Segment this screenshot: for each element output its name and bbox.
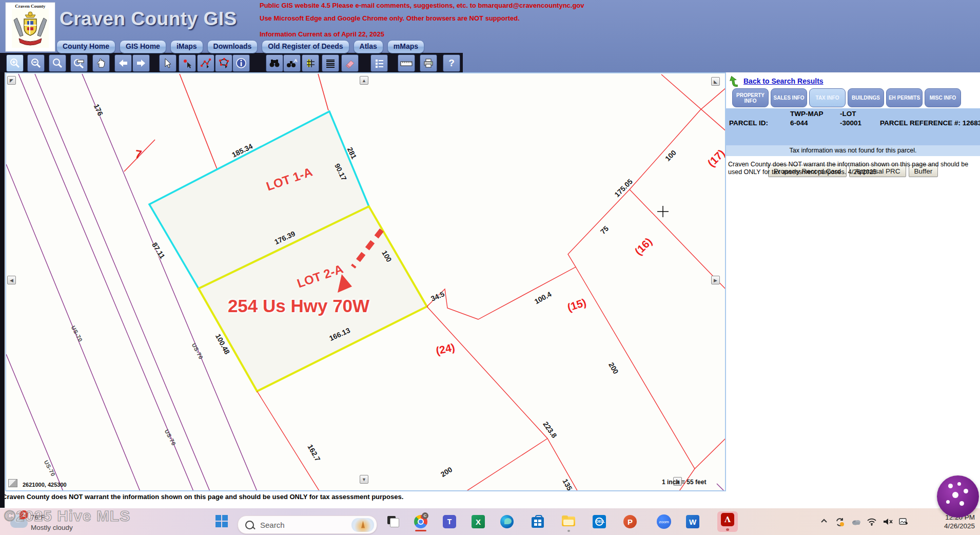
- find-button[interactable]: [266, 54, 283, 72]
- zoom-full-extent-button[interactable]: [49, 54, 66, 72]
- tray-wifi-icon[interactable]: [867, 517, 877, 527]
- point-select-icon: [182, 58, 193, 69]
- tab-sales-info[interactable]: SALES INFO: [771, 88, 807, 107]
- back-arrow-icon: [117, 58, 129, 69]
- dell-command-button[interactable]: DELL: [592, 514, 606, 529]
- coat-of-arms-icon: [12, 9, 49, 48]
- pan-east-button[interactable]: ▶: [711, 276, 720, 284]
- legend-button[interactable]: [370, 54, 388, 72]
- zoom-out-button[interactable]: [27, 54, 45, 72]
- svg-text:A: A: [294, 58, 298, 63]
- question-mark-icon: ?: [448, 58, 455, 69]
- zoom-previous-button[interactable]: [70, 54, 88, 72]
- tab-tax-info[interactable]: TAX INFO: [809, 88, 846, 107]
- start-button[interactable]: [215, 515, 229, 528]
- highlight-button[interactable]: [302, 54, 319, 72]
- tray-chevron-up-icon[interactable]: [819, 517, 829, 527]
- map-viewport[interactable]: 1767185.34LOT 1-A28190.1787.11176.39100L…: [5, 72, 726, 491]
- tray-update-icon[interactable]: [835, 517, 845, 527]
- back-extent-button[interactable]: [114, 54, 132, 72]
- search-placeholder: Search: [260, 521, 285, 529]
- cursor-icon: [162, 58, 173, 69]
- microsoft-store-button[interactable]: [531, 514, 545, 529]
- pan-northeast-button[interactable]: ◣: [711, 77, 720, 86]
- find-attribute-button[interactable]: A: [283, 54, 301, 72]
- eraser-icon: [344, 58, 356, 69]
- pan-northwest-button[interactable]: ◤: [7, 76, 16, 85]
- pan-south-button[interactable]: ▼: [360, 475, 368, 484]
- word-icon: W: [686, 515, 699, 528]
- tab-misc-info[interactable]: MISC INFO: [925, 88, 961, 107]
- nav-mmaps[interactable]: mMaps: [387, 40, 424, 53]
- zoom-previous-icon: [73, 58, 85, 69]
- identify-button[interactable]: [232, 54, 250, 72]
- notice-info-current: Information Current as of April 22, 2025: [260, 30, 384, 38]
- notice-public-gis: Public GIS website 4.5 Please e-mail com…: [260, 2, 584, 9]
- taskbar-search-box[interactable]: Search: [238, 515, 377, 534]
- nav-gis-home[interactable]: GIS Home: [120, 40, 166, 53]
- task-view-button[interactable]: [386, 514, 400, 529]
- pan-hand-icon: [95, 58, 107, 69]
- powerpoint-button[interactable]: P: [623, 514, 637, 529]
- tab-eh-permits[interactable]: EH PERMITS: [886, 88, 923, 107]
- tray-onedrive-icon[interactable]: [851, 517, 861, 527]
- hive-mls-floating-widget[interactable]: [937, 475, 979, 518]
- craven-county-gis-app: Craven County Craven County GIS Public G…: [0, 0, 980, 535]
- parcel-reference: PARCEL REFERENCE #: 126832: [880, 119, 980, 127]
- system-tray: [819, 514, 909, 530]
- tray-photos-icon[interactable]: [898, 517, 909, 527]
- printer-icon: [423, 58, 434, 69]
- pan-button[interactable]: [92, 54, 110, 72]
- nav-imaps[interactable]: iMaps: [170, 40, 203, 53]
- excel-button[interactable]: X: [471, 514, 485, 529]
- tab-buildings[interactable]: BUILDINGS: [848, 88, 884, 107]
- start-icon: [215, 515, 221, 521]
- tab-property-info[interactable]: PROPERTY INFO: [732, 88, 769, 107]
- parcel-id-value: 6-044: [790, 119, 808, 127]
- tray-volume-muted-icon[interactable]: [883, 517, 893, 527]
- select-line-button[interactable]: [197, 54, 214, 72]
- parcel-id-label: PARCEL ID:: [729, 119, 768, 127]
- print-button[interactable]: [420, 54, 437, 72]
- zoom-out-icon: [30, 58, 42, 69]
- results-list-button[interactable]: [322, 54, 339, 72]
- zoom-full-extent-icon: [52, 58, 63, 69]
- erase-button[interactable]: [341, 54, 359, 72]
- status-bar: Craven County does NOT warrant the infor…: [0, 491, 980, 508]
- acrobat-active-dot: [726, 528, 729, 531]
- top-navigation: County Home GIS Home iMaps Downloads Old…: [56, 40, 424, 53]
- zoom-app-button[interactable]: zoom: [657, 514, 671, 529]
- county-seal-logo: Craven County: [5, 2, 55, 52]
- back-green-arrow-icon: [728, 75, 740, 87]
- binoculars-icon: [269, 58, 280, 69]
- acrobat-button[interactable]: Λ: [717, 511, 738, 532]
- tax-not-found-message: Tax information was not found for this p…: [726, 145, 980, 156]
- select-point-button[interactable]: [179, 54, 196, 72]
- file-explorer-button[interactable]: [561, 514, 576, 529]
- pan-north-button[interactable]: ▲: [360, 76, 368, 85]
- forward-extent-button[interactable]: [132, 54, 150, 72]
- word-button[interactable]: W: [685, 514, 700, 529]
- nav-downloads[interactable]: Downloads: [207, 40, 258, 53]
- measure-button[interactable]: [398, 54, 415, 72]
- chrome-active-indicator: [415, 530, 426, 531]
- select-polygon-button[interactable]: [215, 54, 232, 72]
- teams-icon: T: [443, 515, 456, 528]
- info-icon: [236, 58, 247, 69]
- edge-button[interactable]: [500, 514, 514, 529]
- nav-atlas[interactable]: Atlas: [354, 40, 383, 53]
- logo-caption: Craven County: [15, 4, 45, 9]
- file-explorer-active-dot: [567, 530, 570, 532]
- parcel-map-canvas: [6, 73, 726, 491]
- teams-button[interactable]: T: [442, 514, 457, 529]
- pan-west-button[interactable]: ◀: [7, 276, 16, 284]
- nav-county-home[interactable]: County Home: [56, 40, 115, 53]
- zoom-in-button[interactable]: [6, 54, 24, 72]
- help-button[interactable]: ?: [443, 54, 460, 72]
- chrome-button[interactable]: C: [414, 514, 428, 529]
- lot-label: -LOT: [840, 110, 856, 118]
- select-pointer-button[interactable]: [159, 54, 177, 72]
- list-icon: [325, 58, 336, 69]
- nav-old-register-of-deeds[interactable]: Old Register of Deeds: [262, 40, 349, 53]
- back-to-search-results-link[interactable]: Back to Search Results: [743, 77, 824, 85]
